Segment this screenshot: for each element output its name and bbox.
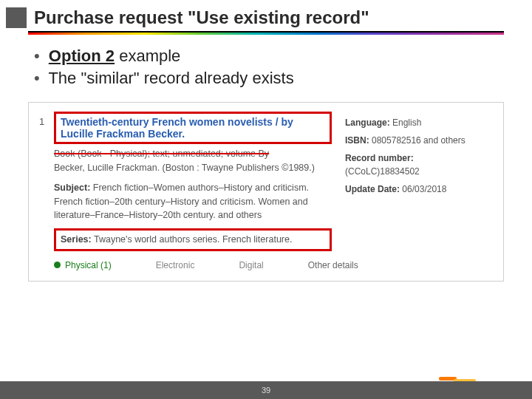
- subject-value: French fiction–Women authors–History and…: [54, 183, 309, 221]
- record-update-date: Update Date: 06/03/2018: [345, 183, 493, 196]
- title-row: Purchase request "Use existing record": [0, 0, 532, 31]
- page-number: 39: [262, 386, 270, 395]
- format-physical[interactable]: Physical (1): [54, 260, 112, 270]
- series-label: Series:: [61, 234, 92, 245]
- slide: Purchase request "Use existing record" •…: [0, 0, 532, 399]
- record-language: Language: English: [345, 116, 493, 129]
- bullet-dot-icon: •: [34, 69, 40, 87]
- record-index: 1: [39, 112, 54, 251]
- bullet-1-suffix: example: [115, 47, 180, 65]
- bullets: • Option 2 example • The "similar" recor…: [0, 45, 532, 96]
- record-card: 1 Twentieth-century French women novelis…: [28, 102, 504, 282]
- bullet-1: • Option 2 example: [34, 45, 498, 67]
- record-formats: Physical (1) Electronic Digital Other de…: [39, 260, 493, 270]
- page-title: Purchase request "Use existing record": [34, 7, 369, 28]
- record-title-link[interactable]: Twentieth-century French women novelists…: [61, 116, 325, 140]
- record-side: Language: English ISBN: 0805782516 and o…: [345, 112, 493, 251]
- footer-bar: 39: [0, 381, 532, 399]
- format-digital[interactable]: Digital: [239, 260, 263, 270]
- bullet-2-text: The "similar" record already exists: [48, 69, 293, 87]
- bullet-1-prefix: Option 2: [49, 47, 115, 65]
- record-series: Series: Twayne's world authors series. F…: [61, 233, 325, 247]
- record-main: Twentieth-century French women novelists…: [54, 112, 345, 251]
- dot-icon: [54, 262, 61, 268]
- record-number: Record number: (CCoLC)18834502: [345, 151, 493, 178]
- record-isbn: ISBN: 0805782516 and others: [345, 134, 493, 147]
- format-electronic[interactable]: Electronic: [156, 260, 195, 270]
- record-type-line: Book (Book - Physical); text; unmediated…: [54, 147, 332, 161]
- bullet-2: • The "similar" record already exists: [34, 67, 498, 89]
- record-subject: Subject: French fiction–Women authors–Hi…: [54, 181, 332, 222]
- rainbow-divider: [28, 33, 504, 35]
- record-title-highlight: Twentieth-century French women novelists…: [54, 112, 332, 144]
- title-block-icon: [6, 7, 27, 28]
- series-value: Twayne's world authors series. French li…: [92, 234, 293, 245]
- bullet-dot-icon: •: [34, 47, 40, 65]
- subject-label: Subject:: [54, 183, 90, 193]
- record-author-line: Becker, Lucille Frackman. (Boston : Tway…: [54, 161, 332, 175]
- format-other-details[interactable]: Other details: [308, 260, 358, 270]
- record-series-highlight: Series: Twayne's world authors series. F…: [54, 228, 332, 251]
